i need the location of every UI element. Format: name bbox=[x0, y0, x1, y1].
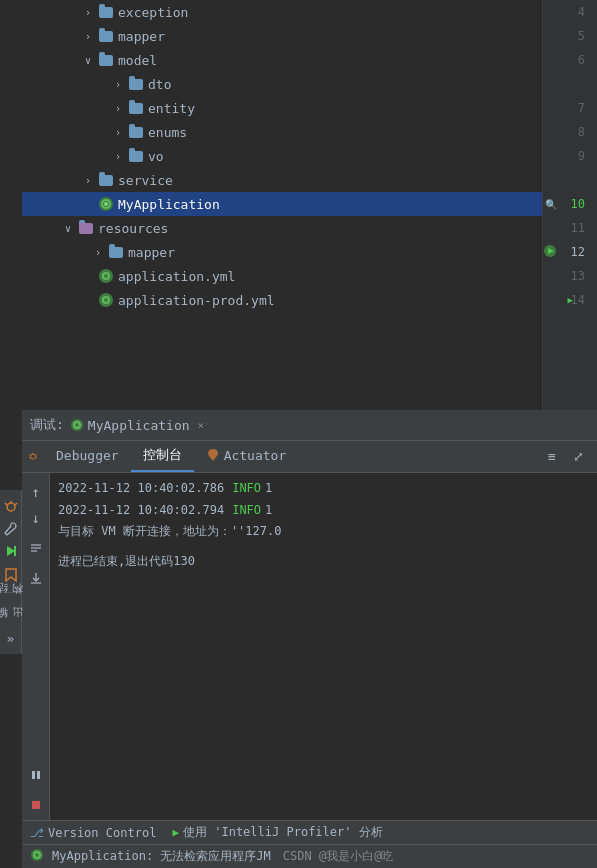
chevron-right-icon: › bbox=[80, 172, 96, 188]
line-12: 12 bbox=[543, 240, 591, 264]
vertical-labels: 结构 输出 bbox=[0, 603, 26, 627]
tab-console[interactable]: 控制台 bbox=[131, 441, 194, 472]
tab-console-label: 控制台 bbox=[143, 446, 182, 464]
app-status-icon bbox=[30, 848, 44, 865]
line-5: 5 bbox=[543, 24, 591, 48]
svg-point-32 bbox=[7, 503, 15, 511]
hamburger-menu-btn[interactable]: ≡ bbox=[541, 445, 563, 467]
svg-line-19 bbox=[29, 457, 30, 458]
tree-item-mapper-label: mapper bbox=[118, 29, 165, 44]
line-8: 8 bbox=[543, 120, 591, 144]
chevron-right-icon: › bbox=[80, 4, 96, 20]
more-tools-btn[interactable]: » bbox=[7, 631, 15, 654]
svg-point-14 bbox=[75, 423, 79, 427]
scroll-up-btn[interactable]: ↑ bbox=[25, 481, 47, 503]
debug-tabs: Debugger 控制台 Actuator bbox=[22, 441, 541, 472]
tree-item-mapper[interactable]: › mapper bbox=[22, 24, 542, 48]
yaml-prod-file-icon bbox=[98, 292, 114, 308]
expand-btn[interactable]: ⤢ bbox=[567, 445, 589, 467]
tree-item-vo[interactable]: › vo bbox=[22, 144, 542, 168]
bug-icon[interactable] bbox=[22, 445, 44, 467]
folder-icon bbox=[128, 148, 144, 164]
svg-point-9 bbox=[104, 298, 108, 302]
svg-marker-38 bbox=[6, 569, 16, 581]
profiler-item[interactable]: ▶ 使用 'IntelliJ Profiler' 分析 bbox=[172, 824, 382, 841]
tree-item-entity-label: entity bbox=[148, 101, 195, 116]
svg-marker-36 bbox=[7, 546, 15, 556]
folder-icon bbox=[128, 124, 144, 140]
chevron-right-icon: › bbox=[110, 100, 126, 116]
stop-btn[interactable] bbox=[25, 794, 47, 816]
chevron-right-icon: › bbox=[110, 148, 126, 164]
tab-actuator[interactable]: Actuator bbox=[194, 441, 299, 472]
scroll-down-btn[interactable]: ↓ bbox=[25, 507, 47, 529]
csdn-text: CSDN @我是小白@吃 bbox=[283, 848, 394, 865]
folder-icon bbox=[108, 244, 124, 260]
debug-toolbar-right: ≡ ⤢ bbox=[541, 445, 597, 467]
debug-tab-bar: Debugger 控制台 Actuator ≡ ⤢ bbox=[22, 441, 597, 473]
svg-line-18 bbox=[36, 454, 37, 455]
debug-log-area: 2022-11-12 10:40:02.786 INFO 1 2022-11-1… bbox=[50, 473, 597, 821]
tree-item-myapplication[interactable]: › MyApplication bbox=[22, 192, 542, 216]
tree-item-mapper2[interactable]: › mapper bbox=[22, 240, 542, 264]
tree-item-resources[interactable]: ∨ resources bbox=[22, 216, 542, 240]
spring-tab-icon bbox=[70, 418, 84, 432]
version-control-item[interactable]: ⎇ Version Control bbox=[30, 826, 156, 840]
line-9: 9 bbox=[543, 144, 591, 168]
tree-item-entity[interactable]: › entity bbox=[22, 96, 542, 120]
tree-item-vo-label: vo bbox=[148, 149, 164, 164]
wrench-icon-btn[interactable] bbox=[3, 521, 19, 540]
chevron-right-icon: › bbox=[110, 76, 126, 92]
svg-line-34 bbox=[5, 503, 7, 505]
folder-icon bbox=[128, 100, 144, 116]
svg-line-35 bbox=[15, 503, 17, 505]
chevron-down-icon: ∨ bbox=[60, 220, 76, 236]
save-log-btn[interactable] bbox=[25, 567, 47, 589]
left-debug-tool-strip: 结构 输出 » bbox=[0, 490, 22, 654]
debug-bug-btn[interactable] bbox=[3, 498, 19, 517]
separator bbox=[2, 592, 20, 593]
line-13: 13 bbox=[543, 264, 591, 288]
tree-item-service-label: service bbox=[118, 173, 173, 188]
svg-point-31 bbox=[35, 853, 39, 857]
debug-content-wrapper: ↑ ↓ bbox=[22, 473, 597, 821]
resume-btn-side[interactable] bbox=[4, 544, 18, 561]
chevron-right-icon: › bbox=[110, 124, 126, 140]
tree-item-model[interactable]: ∨ model bbox=[22, 48, 542, 72]
tree-item-dto[interactable]: › dto bbox=[22, 72, 542, 96]
tree-item-myapplication-label: MyApplication bbox=[118, 197, 220, 212]
svg-point-3 bbox=[104, 202, 108, 206]
debug-title-label: 调试: bbox=[30, 416, 64, 434]
tree-item-enums[interactable]: › enums bbox=[22, 120, 542, 144]
status-bar-bottom: MyApplication: 无法检索应用程序JM CSDN @我是小白@吃 bbox=[22, 844, 597, 868]
line-4: 4 bbox=[543, 0, 591, 24]
debug-close-tab[interactable]: × bbox=[198, 419, 205, 432]
log-level-2: INFO bbox=[232, 503, 261, 517]
debug-app-tab[interactable]: MyApplication × bbox=[70, 418, 204, 433]
folder-icon bbox=[98, 4, 114, 20]
line-6: 6 bbox=[543, 48, 591, 72]
log-rest-2: 1 bbox=[265, 503, 272, 517]
version-control-label: Version Control bbox=[48, 826, 156, 840]
tree-item-exception[interactable]: › exception bbox=[22, 0, 542, 24]
tree-item-application-yml[interactable]: › application.yml bbox=[22, 264, 542, 288]
tab-debugger[interactable]: Debugger bbox=[44, 441, 131, 472]
tree-item-exception-label: exception bbox=[118, 5, 188, 20]
tree-item-application-yml-label: application.yml bbox=[118, 269, 235, 284]
svg-rect-27 bbox=[37, 771, 40, 779]
line-blank2 bbox=[543, 168, 591, 192]
line-blank1 bbox=[543, 72, 591, 96]
folder-icon bbox=[128, 76, 144, 92]
tree-item-application-prod-yml[interactable]: › application-prod.yml bbox=[22, 288, 542, 312]
tree-item-enums-label: enums bbox=[148, 125, 187, 140]
svg-rect-28 bbox=[32, 801, 40, 809]
log-line-2: 2022-11-12 10:40:02.794 INFO 1 bbox=[58, 499, 589, 521]
pause-btn[interactable] bbox=[25, 764, 47, 786]
align-icon[interactable] bbox=[25, 537, 47, 559]
line-14: 14 ▶ bbox=[543, 288, 591, 312]
bookmark-icon-btn[interactable] bbox=[4, 567, 18, 586]
folder-icon bbox=[98, 172, 114, 188]
resources-folder-icon bbox=[78, 220, 94, 236]
svg-point-15 bbox=[31, 454, 36, 459]
tree-item-service[interactable]: › service bbox=[22, 168, 542, 192]
